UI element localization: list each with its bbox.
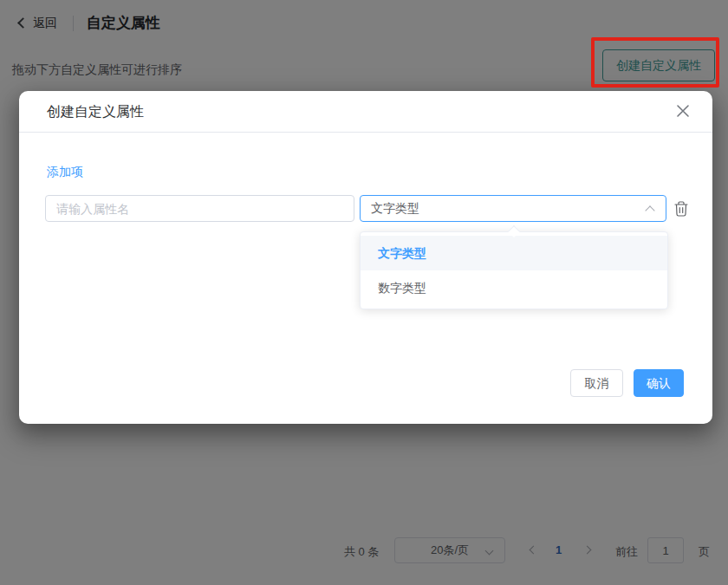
dialog-header-divider [19, 132, 712, 133]
attribute-type-select[interactable]: 文字类型 [360, 195, 666, 222]
type-dropdown-panel: 文字类型 数字类型 [360, 231, 668, 309]
confirm-button[interactable]: 确认 [634, 369, 684, 397]
dropdown-option-number-type[interactable]: 数字类型 [361, 270, 667, 305]
annotation-highlight-box [591, 37, 719, 88]
cancel-button[interactable]: 取消 [570, 369, 623, 397]
attribute-name-input[interactable] [45, 195, 354, 222]
create-attribute-dialog: 创建自定义属性 添加项 文字类型 文字类型 数字类型 取消 确认 [19, 91, 712, 424]
add-item-link[interactable]: 添加项 [47, 165, 83, 180]
app-window: 返回 自定义属性 拖动下方自定义属性可进行排序 创建自定义属性 共 0 条 20… [0, 0, 728, 585]
dialog-title: 创建自定义属性 [47, 103, 144, 121]
trash-icon[interactable] [674, 201, 690, 217]
chevron-up-icon [645, 205, 654, 215]
selected-type-value: 文字类型 [371, 201, 419, 217]
close-icon[interactable] [674, 102, 692, 120]
dropdown-option-text-type[interactable]: 文字类型 [361, 236, 667, 270]
